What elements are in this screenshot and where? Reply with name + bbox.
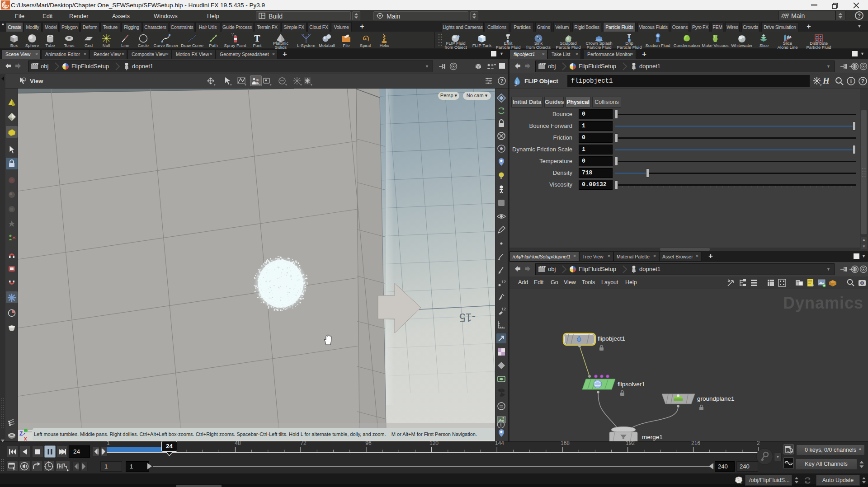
svg-text:-15: -15 (459, 311, 476, 324)
svg-text:?: ? (500, 78, 504, 84)
svg-text:?: ? (858, 13, 861, 19)
svg-text:12: 12 (501, 307, 506, 311)
svg-text:i: i (850, 78, 852, 84)
svg-text:Z: Z (19, 431, 23, 437)
svg-text:●: ● (257, 78, 259, 81)
svg-text:x: x (24, 435, 27, 441)
svg-text:12: 12 (501, 280, 506, 284)
svg-text:?: ? (861, 78, 864, 84)
svg-text:i: i (500, 422, 502, 427)
